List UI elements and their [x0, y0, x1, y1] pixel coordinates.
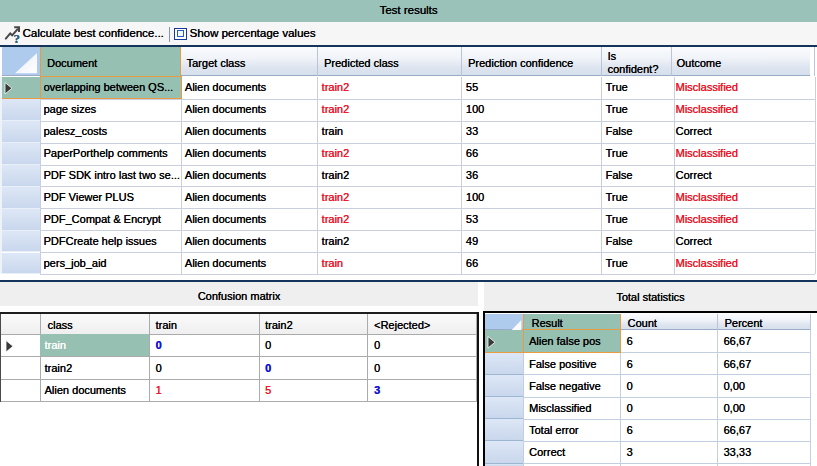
svg-text:?: ?: [13, 32, 19, 44]
